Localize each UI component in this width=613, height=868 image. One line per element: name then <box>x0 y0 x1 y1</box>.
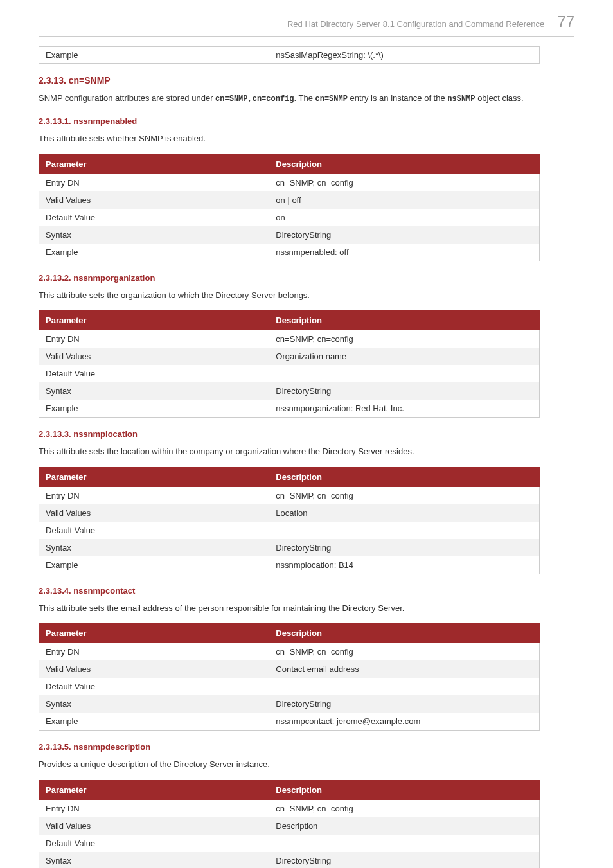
table-header-parameter: Parameter <box>39 311 269 330</box>
table-cell-parameter: Entry DN <box>39 799 269 817</box>
table-row: SyntaxDirectoryString <box>39 382 540 400</box>
table-row: Valid ValuesContact email address <box>39 660 540 678</box>
table-cell-parameter: Example <box>39 556 269 574</box>
table-cell-parameter: Default Value <box>39 522 269 539</box>
table-cell-description: Location <box>269 504 540 522</box>
table-cell-parameter: Entry DN <box>39 486 269 504</box>
table-header-parameter: Parameter <box>39 154 269 173</box>
table-row: Valid ValuesLocation <box>39 504 540 522</box>
parameter-table: ParameterDescriptionEntry DNcn=SNMP, cn=… <box>39 154 540 261</box>
table-cell-description: DirectoryString <box>269 539 540 556</box>
table-cell-description: cn=SNMP, cn=config <box>269 330 540 348</box>
table-row: Entry DNcn=SNMP, cn=config <box>39 486 540 504</box>
table-cell-description: Organization name <box>269 348 540 365</box>
table-cell-parameter: Valid Values <box>39 348 269 365</box>
table-header-parameter: Parameter <box>39 780 269 799</box>
table-cell-parameter: Entry DN <box>39 173 269 191</box>
table-cell-description: cn=SNMP, cn=config <box>269 486 540 504</box>
table-cell-description: cn=SNMP, cn=config <box>269 173 540 191</box>
section-heading-sub: 2.3.13.5. nssnmpdescription <box>39 742 574 752</box>
table-cell-description: nssnmplocation: B14 <box>269 556 540 574</box>
table-cell-description: Description <box>269 817 540 835</box>
table-cell-parameter: Syntax <box>39 539 269 556</box>
table-row: Entry DNcn=SNMP, cn=config <box>39 799 540 817</box>
table-cell-description: Contact email address <box>269 660 540 678</box>
section-heading-main: 2.3.13. cn=SNMP <box>39 75 574 85</box>
table-cell-description <box>269 522 540 539</box>
table-row: Default Valueon <box>39 209 540 226</box>
section-heading-sub: 2.3.13.4. nssnmpcontact <box>39 586 574 596</box>
table-cell-parameter: Example <box>39 713 269 731</box>
table-cell-description <box>269 678 540 695</box>
table-cell-description <box>269 365 540 382</box>
table-cell-description: nssnmpenabled: off <box>269 244 540 261</box>
table-row: Entry DNcn=SNMP, cn=config <box>39 173 540 191</box>
table-cell-description <box>269 835 540 852</box>
section-heading-sub: 2.3.13.1. nssnmpenabled <box>39 116 574 126</box>
table-row: Default Value <box>39 835 540 852</box>
table-cell-parameter: Syntax <box>39 852 269 869</box>
table-header-description: Description <box>269 780 540 799</box>
table-cell-description: nssnmporganization: Red Hat, Inc. <box>269 400 540 418</box>
table-header-description: Description <box>269 624 540 643</box>
table-row: SyntaxDirectoryString <box>39 695 540 713</box>
table-cell-parameter: Valid Values <box>39 817 269 835</box>
header-title: Red Hat Directory Server 8.1 Configurati… <box>287 19 544 29</box>
parameter-table: ParameterDescriptionEntry DNcn=SNMP, cn=… <box>39 467 540 574</box>
table-cell-parameter: Default Value <box>39 365 269 382</box>
table-cell-parameter: Default Value <box>39 678 269 695</box>
table-row: Default Value <box>39 522 540 539</box>
table-cell-parameter: Example <box>39 400 269 418</box>
table-cell-parameter: Default Value <box>39 209 269 226</box>
table-row: Valid Valueson | off <box>39 191 540 209</box>
table-header-parameter: Parameter <box>39 467 269 486</box>
table-row: Default Value <box>39 678 540 695</box>
table-cell-parameter: Valid Values <box>39 191 269 209</box>
table-row: Valid ValuesDescription <box>39 817 540 835</box>
table-row: Examplenssnmporganization: Red Hat, Inc. <box>39 400 540 418</box>
table-cell-parameter: Entry DN <box>39 330 269 348</box>
parameter-table: ParameterDescriptionEntry DNcn=SNMP, cn=… <box>39 623 540 731</box>
text: object class. <box>475 93 524 103</box>
table-cell-description: nssnmpcontact: jerome@example.com <box>269 713 540 731</box>
table-cell-description: DirectoryString <box>269 382 540 400</box>
section-intro: This attribute sets the location within … <box>39 445 574 458</box>
parameter-table: ParameterDescriptionEntry DNcn=SNMP, cn=… <box>39 310 540 418</box>
code-inline: nsSNMP <box>447 94 475 103</box>
table-cell-label: Example <box>39 47 269 64</box>
table-cell-parameter: Syntax <box>39 226 269 244</box>
table-row: SyntaxDirectoryString <box>39 539 540 556</box>
code-inline: cn=SNMP <box>315 94 348 103</box>
section-intro-main: SNMP configuration attributes are stored… <box>39 92 574 105</box>
table-cell-parameter: Valid Values <box>39 660 269 678</box>
example-table-top: Example nsSaslMapRegexString: \(.*\) <box>39 46 540 64</box>
parameter-table: ParameterDescriptionEntry DNcn=SNMP, cn=… <box>39 780 540 869</box>
table-cell-description: cn=SNMP, cn=config <box>269 643 540 661</box>
table-cell-description: on <box>269 209 540 226</box>
page-number: 77 <box>557 13 574 31</box>
code-inline: cn=SNMP,cn=config <box>215 94 294 103</box>
table-row: Entry DNcn=SNMP, cn=config <box>39 330 540 348</box>
table-row: Examplenssnmpcontact: jerome@example.com <box>39 713 540 731</box>
table-cell-value: nsSaslMapRegexString: \(.*\) <box>269 47 540 64</box>
section-heading-sub: 2.3.13.3. nssnmplocation <box>39 429 574 439</box>
table-cell-parameter: Entry DN <box>39 643 269 661</box>
text: entry is an instance of the <box>348 93 447 103</box>
page-header: Red Hat Directory Server 8.1 Configurati… <box>39 13 574 37</box>
table-cell-parameter: Valid Values <box>39 504 269 522</box>
section-intro: This attribute sets the email address of… <box>39 602 574 615</box>
table-header-parameter: Parameter <box>39 624 269 643</box>
section-heading-sub: 2.3.13.2. nssnmporganization <box>39 273 574 283</box>
table-header-description: Description <box>269 311 540 330</box>
text: SNMP configuration attributes are stored… <box>39 93 215 103</box>
table-header-description: Description <box>269 467 540 486</box>
table-row: SyntaxDirectoryString <box>39 226 540 244</box>
table-cell-description: on | off <box>269 191 540 209</box>
table-cell-description: DirectoryString <box>269 226 540 244</box>
table-row: Examplenssnmpenabled: off <box>39 244 540 261</box>
text: . The <box>294 93 315 103</box>
table-header-description: Description <box>269 154 540 173</box>
section-intro: This attribute sets whether SNMP is enab… <box>39 132 574 145</box>
table-row: Valid ValuesOrganization name <box>39 348 540 365</box>
table-cell-parameter: Syntax <box>39 382 269 400</box>
